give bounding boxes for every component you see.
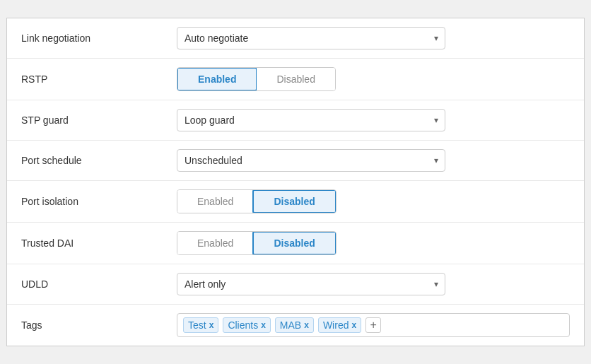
tag-label-test: Test: [188, 319, 206, 331]
toggle-btn-trusted-dai-enabled[interactable]: Enabled: [177, 232, 253, 254]
label-rstp: RSTP: [21, 74, 177, 85]
select-wrapper-link-negotiation: Auto negotiate10 Mbps half duplex10 Mbps…: [177, 27, 445, 49]
control-port-schedule: UnscheduledAlways onCustom▾: [177, 149, 570, 172]
toggle-btn-trusted-dai-disabled[interactable]: Disabled: [252, 231, 336, 255]
label-trusted-dai: Trusted DAI: [21, 237, 177, 249]
tag-close-wired[interactable]: x: [351, 321, 356, 329]
select-wrapper-udld: Alert onlyEnforceDisabled▾: [177, 273, 445, 295]
label-port-isolation: Port isolation: [21, 196, 177, 207]
select-wrapper-stp-guard: Loop guardRoot guardNone▾: [177, 109, 445, 131]
row-stp-guard: STP guardLoop guardRoot guardNone▾: [7, 100, 584, 141]
tag-close-test[interactable]: x: [209, 321, 214, 329]
control-port-isolation: EnabledDisabled: [177, 189, 570, 213]
select-link-negotiation[interactable]: Auto negotiate10 Mbps half duplex10 Mbps…: [177, 27, 445, 49]
control-udld: Alert onlyEnforceDisabled▾: [177, 273, 570, 295]
tag-test: Testx: [183, 317, 218, 333]
row-link-negotiation: Link negotiationAuto negotiate10 Mbps ha…: [7, 18, 584, 59]
toggle-group-port-isolation: EnabledDisabled: [177, 189, 337, 213]
select-udld[interactable]: Alert onlyEnforceDisabled: [177, 273, 445, 295]
control-rstp: EnabledDisabled: [177, 67, 570, 91]
label-port-schedule: Port schedule: [21, 155, 177, 166]
row-rstp: RSTPEnabledDisabled: [7, 59, 584, 100]
tag-label-clients: Clients: [228, 319, 258, 331]
tag-label-mab: MAB: [280, 319, 301, 331]
tag-label-wired: Wired: [323, 319, 349, 331]
toggle-btn-rstp-enabled[interactable]: Enabled: [177, 67, 257, 91]
control-trusted-dai: EnabledDisabled: [177, 231, 570, 255]
toggle-btn-port-isolation-enabled[interactable]: Enabled: [177, 190, 253, 213]
tag-add-button[interactable]: +: [365, 317, 381, 333]
control-link-negotiation: Auto negotiate10 Mbps half duplex10 Mbps…: [177, 27, 570, 49]
tag-mab: MABx: [275, 317, 314, 333]
label-tags: Tags: [21, 319, 177, 331]
select-port-schedule[interactable]: UnscheduledAlways onCustom: [177, 149, 445, 172]
row-udld: UDLDAlert onlyEnforceDisabled▾: [7, 264, 584, 305]
tag-clients: Clientsx: [223, 317, 270, 333]
toggle-btn-rstp-disabled[interactable]: Disabled: [257, 68, 334, 90]
tag-close-clients[interactable]: x: [261, 321, 266, 329]
toggle-group-trusted-dai: EnabledDisabled: [177, 231, 337, 255]
row-trusted-dai: Trusted DAIEnabledDisabled: [7, 223, 584, 264]
select-stp-guard[interactable]: Loop guardRoot guardNone: [177, 109, 445, 131]
settings-panel: Link negotiationAuto negotiate10 Mbps ha…: [6, 18, 585, 346]
tags-container: TestxClientsxMABxWiredx+: [177, 313, 570, 337]
select-wrapper-port-schedule: UnscheduledAlways onCustom▾: [177, 149, 445, 172]
control-stp-guard: Loop guardRoot guardNone▾: [177, 109, 570, 131]
toggle-group-rstp: EnabledDisabled: [177, 67, 336, 91]
row-tags: TagsTestxClientsxMABxWiredx+: [7, 305, 584, 346]
label-stp-guard: STP guard: [21, 115, 177, 126]
row-port-isolation: Port isolationEnabledDisabled: [7, 181, 584, 223]
row-port-schedule: Port scheduleUnscheduledAlways onCustom▾: [7, 141, 584, 181]
label-udld: UDLD: [21, 278, 177, 290]
label-link-negotiation: Link negotiation: [21, 33, 177, 44]
tag-wired: Wiredx: [318, 317, 361, 333]
control-tags: TestxClientsxMABxWiredx+: [177, 313, 570, 337]
toggle-btn-port-isolation-disabled[interactable]: Disabled: [252, 189, 336, 213]
tag-close-mab[interactable]: x: [304, 321, 309, 329]
